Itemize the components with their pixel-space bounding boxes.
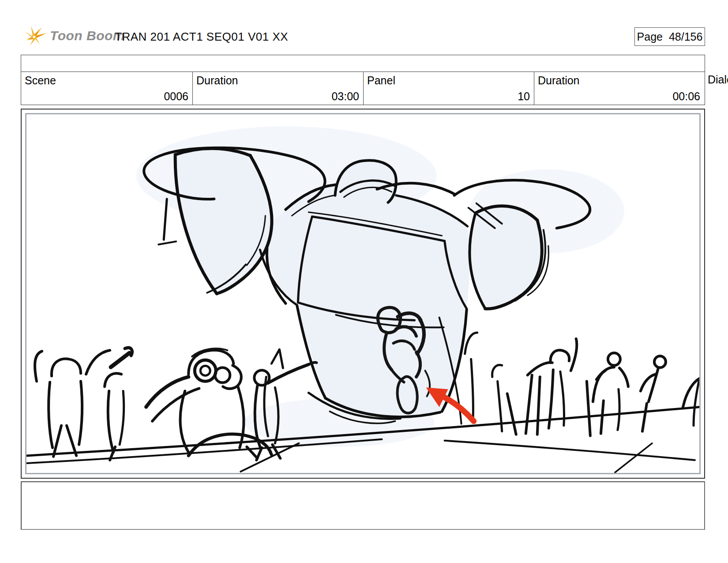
panel-duration-cell: Duration 00:06 [534, 72, 704, 105]
toonboom-logo-icon [25, 25, 47, 47]
dialogue-column-label: Dialogue [708, 73, 728, 86]
storyboard-panel-frame [21, 109, 705, 479]
crowd-right [465, 333, 699, 436]
panel-cell: Panel 10 [364, 72, 534, 105]
toonboom-logo-text: Toon Boom [50, 28, 125, 43]
page-label: Page [637, 30, 663, 43]
document-title: TRAN 201 ACT1 SEQ01 V01 XX [115, 30, 288, 44]
storyboard-page: Toon Boom TRAN 201 ACT1 SEQ01 V01 XX Pag… [0, 0, 728, 563]
scene-duration-label: Duration [196, 74, 238, 87]
info-table-empty-row [21, 55, 705, 72]
panel-label: Panel [367, 74, 395, 87]
page-number-box: Page 48/156 [634, 27, 705, 46]
scene-cell: Scene 0006 [21, 72, 193, 105]
caption-box [21, 481, 705, 530]
info-table-row: Scene 0006 Duration 03:00 Panel 10 Durat… [21, 72, 705, 105]
scene-value: 0006 [164, 90, 188, 103]
scene-duration-value: 03:00 [331, 90, 359, 103]
scene-label: Scene [25, 74, 56, 87]
panel-duration-label: Duration [538, 74, 580, 87]
panel-duration-value: 00:06 [672, 90, 700, 103]
storyboard-sketch [26, 114, 699, 473]
scene-duration-cell: Duration 03:00 [193, 72, 364, 105]
page-value: 48/156 [669, 30, 702, 43]
crowd-left [35, 348, 316, 460]
panel-value: 10 [518, 90, 530, 103]
storyboard-panel [25, 113, 701, 474]
